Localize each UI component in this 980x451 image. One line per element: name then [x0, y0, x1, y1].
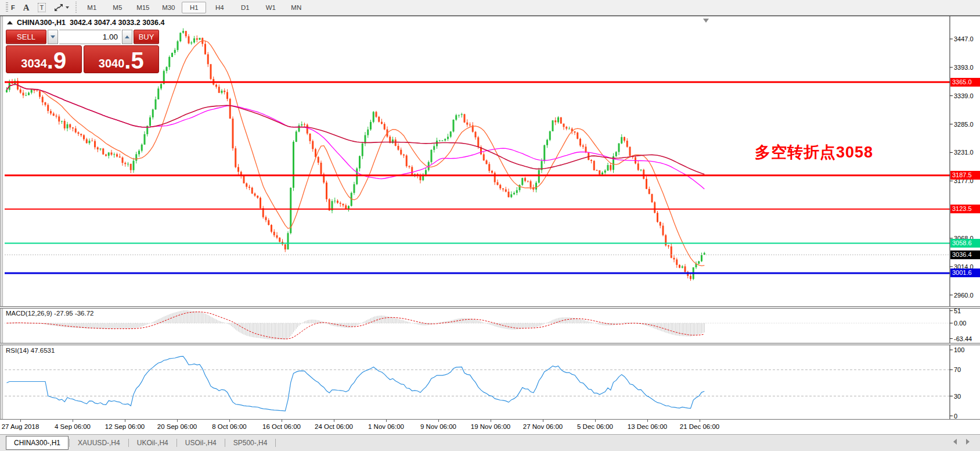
price-tick-label: 3393.0	[954, 63, 974, 71]
date-tick	[438, 420, 439, 422]
date-label: 9 Nov 06:00	[420, 423, 456, 430]
date-label: 24 Oct 06:00	[315, 423, 353, 430]
date-label: 12 Sep 06:00	[105, 423, 145, 430]
text-box-tool-icon[interactable]: T	[34, 1, 51, 14]
chart-title: CHINA300-,H1 3042.4 3047.4 3033.2 3036.4	[7, 19, 164, 27]
price-tick-label: 3339.0	[954, 92, 974, 100]
level-price-label[interactable]: 3123.5	[950, 205, 980, 213]
text-label-tool-icon[interactable]: A	[19, 1, 34, 14]
chart-symbol-label: CHINA300-,H1	[17, 19, 66, 27]
dropdown-caret-icon	[66, 6, 69, 9]
current-price-label: 3036.4	[950, 250, 980, 259]
shapes-tool-icon[interactable]	[50, 1, 73, 14]
date-label: 1 Nov 06:00	[368, 423, 404, 430]
rsi-line	[7, 356, 705, 411]
ask-price-box[interactable]: 3040.5	[84, 45, 160, 73]
price-tick-label: 3231.0	[954, 148, 974, 156]
tab-china300-h1[interactable]: CHINA300-,H1	[6, 436, 69, 450]
timeframe-mn[interactable]: MN	[284, 2, 308, 13]
toolbar-grip-f-icon[interactable]: F	[0, 1, 19, 14]
tab-xauusd-h4[interactable]: XAUUSD-,H4	[70, 436, 128, 449]
tab-separator	[69, 439, 70, 447]
a-glyph: A	[23, 3, 30, 13]
date-tick	[334, 420, 334, 422]
level-price-label[interactable]: 3187.5	[950, 171, 980, 180]
date-tick	[543, 420, 543, 422]
date-label: 8 Oct 06:00	[212, 423, 246, 430]
tab-ukoil-h4[interactable]: UKOil-,H4	[129, 436, 176, 449]
macd-label: MACD(12,26,9) -27.95 -36.72	[6, 310, 94, 317]
date-label: 27 Aug 2018	[2, 423, 39, 430]
date-tick	[125, 420, 125, 422]
date-label: 20 Sep 06:00	[157, 423, 197, 430]
timeframe-group: M1M5M15M30H1H4D1W1MN	[79, 0, 309, 15]
chart-annotation[interactable]: 多空转折点3058	[755, 142, 873, 163]
tab-scroll-left-icon[interactable]	[953, 439, 957, 445]
tab-separator	[225, 439, 225, 447]
chart-tab-bar: CHINA300-,H1XAUUSD-,H4UKOil-,H4USOil-,H4…	[0, 434, 980, 451]
timeframe-m30[interactable]: M30	[156, 2, 181, 13]
macd-histogram	[7, 310, 705, 340]
ma-110-line	[7, 84, 705, 174]
bid-price-box[interactable]: 3034.9	[6, 45, 82, 73]
tab-separator	[176, 439, 177, 447]
date-tick	[386, 420, 387, 422]
one-click-trading-panel: SELL BUY 3034.9 3040.5	[6, 30, 159, 73]
mt4-terminal: F A T M1M5M15M30H1H4D1W1MN CHINA300-,H1 …	[0, 0, 980, 451]
tab-scroll-right-icon[interactable]	[966, 439, 970, 445]
date-tick	[595, 420, 596, 422]
date-tick	[282, 420, 282, 422]
tab-separator	[275, 439, 276, 447]
sell-button[interactable]: SELL	[6, 30, 46, 44]
date-label: 4 Sep 06:00	[55, 423, 91, 430]
price-tick-label: 2960.0	[954, 291, 974, 299]
grip-dots-icon	[6, 2, 8, 13]
f-tool-label: F	[11, 4, 15, 11]
tab-usoil-h4[interactable]: USOil-,H4	[178, 436, 224, 449]
date-label: 19 Nov 06:00	[471, 423, 510, 430]
buy-button[interactable]: BUY	[134, 30, 159, 44]
date-tick	[177, 420, 178, 422]
date-label: 13 Dec 06:00	[628, 423, 667, 430]
timeframe-w1[interactable]: W1	[258, 2, 283, 13]
rsi-plot[interactable]	[0, 345, 980, 419]
date-label: 27 Nov 06:00	[523, 423, 563, 430]
price-tick-label: 3447.0	[954, 35, 974, 43]
timeframe-d1[interactable]: D1	[233, 2, 257, 13]
volume-decrease-button[interactable]	[48, 30, 58, 44]
collapse-icon[interactable]	[7, 21, 13, 24]
price-tick-label: 3285.0	[954, 120, 974, 128]
time-axis: 27 Aug 20184 Sep 06:0012 Sep 06:0020 Sep…	[0, 419, 980, 434]
chart-tabs: CHINA300-,H1XAUUSD-,H4UKOil-,H4USOil-,H4…	[0, 436, 276, 450]
date-tick	[20, 420, 21, 422]
level-price-label[interactable]: 3058.6	[950, 239, 980, 248]
tab-sp500-h4[interactable]: SP500-,H4	[226, 436, 275, 449]
volume-input[interactable]	[59, 30, 121, 44]
chart-ohlc-values: 3042.4 3047.4 3033.2 3036.4	[70, 19, 164, 27]
chart-shift-marker	[703, 19, 709, 23]
date-tick	[73, 420, 73, 422]
timeframe-m15[interactable]: M15	[131, 2, 155, 13]
level-price-label[interactable]: 3001.6	[950, 269, 980, 277]
top-toolbar: F A T M1M5M15M30H1H4D1W1MN	[0, 0, 980, 16]
timeframe-m1[interactable]: M1	[80, 2, 104, 13]
up-arrow-icon	[125, 35, 129, 38]
bid-main-digits: 3034	[21, 56, 47, 71]
arrows-glyph-icon	[54, 3, 63, 12]
bid-fraction-digit: .9	[47, 50, 66, 71]
timeframe-m5[interactable]: M5	[105, 2, 129, 13]
date-tick	[491, 420, 491, 422]
ask-main-digits: 3040	[99, 56, 125, 71]
date-label: 5 Dec 06:00	[577, 423, 613, 430]
level-price-label[interactable]: 3365.0	[950, 78, 980, 87]
macd-plot[interactable]	[0, 309, 980, 343]
tab-separator	[128, 439, 129, 447]
timeframe-h4[interactable]: H4	[207, 2, 232, 13]
volume-increase-button[interactable]	[122, 30, 132, 44]
date-label: 16 Oct 06:00	[262, 423, 301, 430]
date-label: 21 Dec 06:00	[680, 423, 719, 430]
timeframe-h1[interactable]: H1	[182, 2, 206, 13]
down-arrow-icon	[51, 35, 55, 38]
rsi-label: RSI(14) 47.6531	[6, 347, 55, 354]
t-glyph: T	[38, 3, 46, 12]
